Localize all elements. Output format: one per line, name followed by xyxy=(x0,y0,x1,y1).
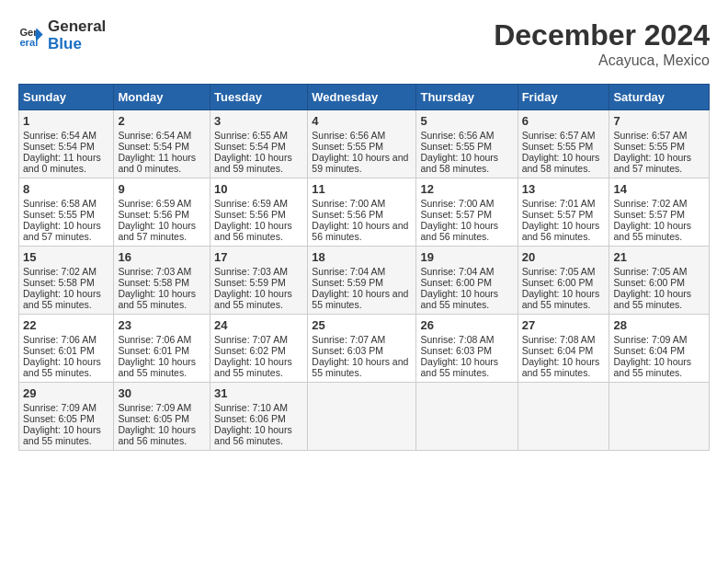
day-number: 25 xyxy=(312,318,412,332)
calendar-cell: 25Sunrise: 7:07 AMSunset: 6:03 PMDayligh… xyxy=(308,315,416,383)
day-number: 6 xyxy=(522,114,606,128)
page-title: December 2024 xyxy=(494,18,710,52)
day-number: 2 xyxy=(118,114,206,128)
col-sunday: Sunday xyxy=(19,85,114,110)
day-number: 7 xyxy=(613,114,705,128)
calendar-cell: 28Sunrise: 7:09 AMSunset: 6:04 PMDayligh… xyxy=(609,315,710,383)
calendar-cell xyxy=(609,383,710,451)
calendar-cell: 16Sunrise: 7:03 AMSunset: 5:58 PMDayligh… xyxy=(114,247,210,315)
day-number: 26 xyxy=(420,318,513,332)
calendar-cell: 23Sunrise: 7:06 AMSunset: 6:01 PMDayligh… xyxy=(114,315,210,383)
calendar-cell: 14Sunrise: 7:02 AMSunset: 5:57 PMDayligh… xyxy=(609,178,710,247)
day-number: 31 xyxy=(214,386,303,400)
calendar-cell: 20Sunrise: 7:05 AMSunset: 6:00 PMDayligh… xyxy=(518,247,609,315)
calendar-week-row: 29Sunrise: 7:09 AMSunset: 6:05 PMDayligh… xyxy=(19,383,710,451)
day-number: 9 xyxy=(118,182,206,196)
day-number: 10 xyxy=(214,182,303,196)
logo-icon: Gen eral xyxy=(18,23,44,49)
calendar-table: Sunday Monday Tuesday Wednesday Thursday… xyxy=(18,84,710,451)
calendar-cell xyxy=(416,383,518,451)
calendar-cell: 19Sunrise: 7:04 AMSunset: 6:00 PMDayligh… xyxy=(416,247,518,315)
calendar-cell: 6Sunrise: 6:57 AMSunset: 5:55 PMDaylight… xyxy=(518,110,609,178)
calendar-cell: 11Sunrise: 7:00 AMSunset: 5:56 PMDayligh… xyxy=(308,178,416,247)
logo: Gen eral General Blue xyxy=(18,18,106,52)
day-number: 5 xyxy=(420,114,513,128)
day-number: 30 xyxy=(118,386,206,400)
calendar-cell: 13Sunrise: 7:01 AMSunset: 5:57 PMDayligh… xyxy=(518,178,609,247)
calendar-cell: 21Sunrise: 7:05 AMSunset: 6:00 PMDayligh… xyxy=(609,247,710,315)
day-number: 11 xyxy=(312,182,412,196)
day-number: 12 xyxy=(420,182,513,196)
day-number: 4 xyxy=(312,114,412,128)
day-number: 8 xyxy=(23,182,109,196)
calendar-cell: 3Sunrise: 6:55 AMSunset: 5:54 PMDaylight… xyxy=(210,110,308,178)
col-tuesday: Tuesday xyxy=(210,85,308,110)
calendar-week-row: 15Sunrise: 7:02 AMSunset: 5:58 PMDayligh… xyxy=(19,247,710,315)
day-number: 14 xyxy=(613,182,705,196)
col-monday: Monday xyxy=(114,85,210,110)
calendar-cell: 7Sunrise: 6:57 AMSunset: 5:55 PMDaylight… xyxy=(609,110,710,178)
calendar-cell: 22Sunrise: 7:06 AMSunset: 6:01 PMDayligh… xyxy=(19,315,114,383)
day-number: 29 xyxy=(23,386,109,400)
day-number: 1 xyxy=(23,114,109,128)
col-friday: Friday xyxy=(518,85,609,110)
calendar-cell: 30Sunrise: 7:09 AMSunset: 6:05 PMDayligh… xyxy=(114,383,210,451)
day-number: 17 xyxy=(214,250,303,264)
calendar-cell: 2Sunrise: 6:54 AMSunset: 5:54 PMDaylight… xyxy=(114,110,210,178)
calendar-cell: 15Sunrise: 7:02 AMSunset: 5:58 PMDayligh… xyxy=(19,247,114,315)
col-thursday: Thursday xyxy=(416,85,518,110)
logo-text: General Blue xyxy=(48,18,106,52)
col-saturday: Saturday xyxy=(609,85,710,110)
calendar-cell: 18Sunrise: 7:04 AMSunset: 5:59 PMDayligh… xyxy=(308,247,416,315)
svg-text:eral: eral xyxy=(19,37,38,48)
day-number: 15 xyxy=(23,250,109,264)
calendar-cell: 12Sunrise: 7:00 AMSunset: 5:57 PMDayligh… xyxy=(416,178,518,247)
calendar-cell xyxy=(308,383,416,451)
calendar-week-row: 8Sunrise: 6:58 AMSunset: 5:55 PMDaylight… xyxy=(19,178,710,247)
calendar-cell: 4Sunrise: 6:56 AMSunset: 5:55 PMDaylight… xyxy=(308,110,416,178)
day-number: 28 xyxy=(613,318,705,332)
page-subtitle: Acayuca, Mexico xyxy=(494,52,710,69)
page-header: Gen eral General Blue December 2024 Acay… xyxy=(18,18,710,69)
calendar-cell xyxy=(518,383,609,451)
calendar-cell: 29Sunrise: 7:09 AMSunset: 6:05 PMDayligh… xyxy=(19,383,114,451)
day-number: 16 xyxy=(118,250,206,264)
calendar-cell: 26Sunrise: 7:08 AMSunset: 6:03 PMDayligh… xyxy=(416,315,518,383)
day-number: 24 xyxy=(214,318,303,332)
day-number: 23 xyxy=(118,318,206,332)
day-number: 27 xyxy=(522,318,606,332)
calendar-cell: 24Sunrise: 7:07 AMSunset: 6:02 PMDayligh… xyxy=(210,315,308,383)
calendar-cell: 5Sunrise: 6:56 AMSunset: 5:55 PMDaylight… xyxy=(416,110,518,178)
calendar-cell: 31Sunrise: 7:10 AMSunset: 6:06 PMDayligh… xyxy=(210,383,308,451)
calendar-cell: 10Sunrise: 6:59 AMSunset: 5:56 PMDayligh… xyxy=(210,178,308,247)
day-number: 19 xyxy=(420,250,513,264)
day-number: 22 xyxy=(23,318,109,332)
col-wednesday: Wednesday xyxy=(308,85,416,110)
title-block: December 2024 Acayuca, Mexico xyxy=(494,18,710,69)
calendar-week-row: 1Sunrise: 6:54 AMSunset: 5:54 PMDaylight… xyxy=(19,110,710,178)
calendar-week-row: 22Sunrise: 7:06 AMSunset: 6:01 PMDayligh… xyxy=(19,315,710,383)
calendar-cell: 17Sunrise: 7:03 AMSunset: 5:59 PMDayligh… xyxy=(210,247,308,315)
day-number: 13 xyxy=(522,182,606,196)
calendar-cell: 27Sunrise: 7:08 AMSunset: 6:04 PMDayligh… xyxy=(518,315,609,383)
calendar-cell: 9Sunrise: 6:59 AMSunset: 5:56 PMDaylight… xyxy=(114,178,210,247)
calendar-header-row: Sunday Monday Tuesday Wednesday Thursday… xyxy=(19,85,710,110)
calendar-cell: 1Sunrise: 6:54 AMSunset: 5:54 PMDaylight… xyxy=(19,110,114,178)
day-number: 20 xyxy=(522,250,606,264)
day-number: 3 xyxy=(214,114,303,128)
calendar-cell: 8Sunrise: 6:58 AMSunset: 5:55 PMDaylight… xyxy=(19,178,114,247)
day-number: 21 xyxy=(613,250,705,264)
day-number: 18 xyxy=(312,250,412,264)
